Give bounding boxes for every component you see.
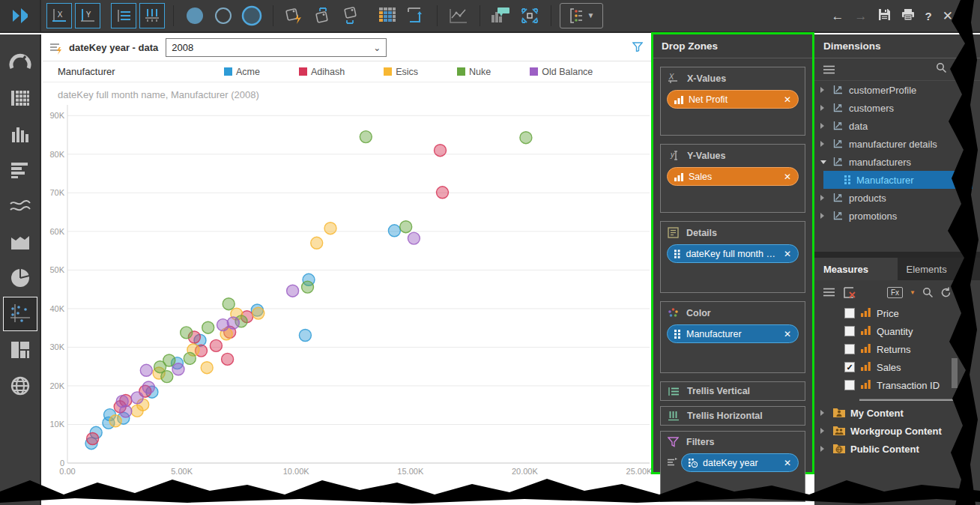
- checkbox[interactable]: [844, 344, 855, 354]
- checkbox[interactable]: ✓: [844, 362, 855, 372]
- point-style-hollow-button[interactable]: [211, 3, 236, 28]
- measure-item-quantity[interactable]: Quantity: [814, 322, 980, 340]
- sidebar-item-scatter-chart[interactable]: [3, 297, 37, 331]
- fullscreen-button[interactable]: [517, 3, 542, 28]
- pill-sales[interactable]: Sales ✕: [667, 167, 799, 186]
- dimension-tree-item-manufacturer-details[interactable]: manufacturer details: [814, 135, 980, 153]
- y-axis-toggle-button[interactable]: Y: [75, 3, 100, 28]
- dropzone-filters[interactable]: Filters dateKey year ✕: [660, 431, 805, 502]
- expander-right-icon[interactable]: [820, 141, 828, 147]
- content-item-my-content[interactable]: My Content: [814, 404, 980, 422]
- sidebar-item-column-chart[interactable]: [3, 117, 37, 151]
- content-item-public-content[interactable]: Public Content: [814, 440, 980, 458]
- measure-item-returns[interactable]: Returns: [814, 340, 980, 358]
- sidebar-item-map[interactable]: [3, 369, 37, 403]
- legend-item[interactable]: Old Balance: [530, 67, 593, 77]
- pill-net-profit[interactable]: Net Profit ✕: [667, 90, 799, 109]
- expander-right-icon[interactable]: [820, 410, 828, 416]
- sidebar-item-bar-chart[interactable]: [3, 153, 37, 187]
- filter-value-dropdown[interactable]: 2008 ⌄: [166, 38, 387, 57]
- dimension-tree-item-promotions[interactable]: promotions: [814, 207, 980, 225]
- sidebar-item-treemap[interactable]: [3, 333, 37, 367]
- horizontal-scrollbar[interactable]: [859, 399, 972, 401]
- remove-icon[interactable]: ✕: [784, 329, 791, 339]
- dimension-tree-item-manufacturers[interactable]: manufacturers: [814, 153, 980, 171]
- print-button[interactable]: [901, 8, 915, 24]
- expander-right-icon[interactable]: [820, 105, 828, 111]
- legend-toggle-button[interactable]: [111, 3, 136, 28]
- refresh-icon[interactable]: [940, 287, 952, 298]
- app-logo[interactable]: [0, 0, 41, 31]
- dropzone-y-values[interactable]: y Y-Values Sales ✕: [660, 144, 805, 213]
- search-icon[interactable]: [936, 62, 947, 76]
- resize-view-button[interactable]: [403, 3, 429, 28]
- gridlines-toggle-button[interactable]: [139, 3, 165, 28]
- filter-funnel-icon[interactable]: [632, 41, 643, 55]
- sidebar-item-line-chart[interactable]: [3, 189, 37, 223]
- legend-item[interactable]: Adihash: [299, 67, 345, 77]
- pill-manufacturer[interactable]: Manufacturer ✕: [667, 324, 799, 343]
- checkbox[interactable]: [844, 380, 855, 390]
- menu-icon[interactable]: [823, 65, 835, 74]
- pill-datekey-year[interactable]: dateKey year ✕: [681, 453, 799, 472]
- point-style-filled-button[interactable]: [182, 3, 208, 28]
- scatter-chart[interactable]: 010K20K30K40K50K60K70K80K90K0.005.00K10.…: [43, 100, 653, 475]
- dropzone-trellis-horizontal[interactable]: Trellis Horizontal: [660, 406, 805, 426]
- expander-right-icon[interactable]: [820, 446, 828, 452]
- remove-icon[interactable]: ✕: [784, 249, 791, 259]
- checkbox[interactable]: [844, 308, 855, 318]
- point-style-ring-button[interactable]: [239, 3, 264, 28]
- vertical-scrollbar[interactable]: [952, 358, 958, 388]
- legend-options-dropdown[interactable]: ▼: [560, 3, 603, 28]
- tab-elements[interactable]: Elements: [898, 258, 980, 280]
- dimension-tree-item-manufacturer[interactable]: Manufacturer: [823, 171, 973, 189]
- clear-selection-icon[interactable]: [844, 287, 856, 298]
- back-button[interactable]: ←: [832, 10, 844, 22]
- remove-icon[interactable]: ✕: [784, 94, 791, 105]
- help-button[interactable]: ?: [925, 10, 932, 22]
- fx-dropdown-icon[interactable]: ▼: [910, 289, 916, 296]
- dropzone-details[interactable]: Details dateKey full month na... ✕: [660, 221, 805, 293]
- expander-down-icon[interactable]: [820, 160, 828, 164]
- dropzone-x-values[interactable]: X X-Values Net Profit ✕: [660, 67, 805, 136]
- measure-icon: [861, 307, 871, 319]
- expander-right-icon[interactable]: [820, 123, 828, 129]
- content-item-workgroup-content[interactable]: Workgroup Content: [814, 422, 980, 440]
- dimension-tree-item-data[interactable]: data: [814, 117, 980, 135]
- label-above-button[interactable]: [310, 3, 336, 28]
- data-grid-button[interactable]: [375, 3, 400, 28]
- remove-icon[interactable]: ✕: [784, 172, 791, 182]
- dropzone-trellis-vertical[interactable]: Trellis Vertical: [660, 381, 805, 401]
- x-axis-toggle-button[interactable]: X: [46, 3, 72, 28]
- dropzone-color[interactable]: Color Manufacturer ✕: [660, 301, 805, 373]
- expander-right-icon[interactable]: [820, 213, 828, 219]
- legend-item[interactable]: Nuke: [457, 67, 491, 77]
- dimension-tree-item-products[interactable]: products: [814, 189, 980, 207]
- auto-label-button[interactable]: [282, 3, 307, 28]
- legend-item[interactable]: Acme: [224, 67, 260, 77]
- pill-datekey-full-month-name[interactable]: dateKey full month na... ✕: [667, 244, 799, 263]
- legend-item[interactable]: Esics: [384, 67, 418, 77]
- tab-measures[interactable]: Measures: [814, 258, 898, 280]
- sidebar-item-pie-chart[interactable]: [3, 261, 37, 295]
- measure-item-price[interactable]: Price: [814, 304, 980, 322]
- dimension-tree-item-customerprofile[interactable]: customerProfile: [814, 81, 980, 99]
- remove-icon[interactable]: ✕: [784, 458, 791, 468]
- line-chart-tool-button[interactable]: [446, 3, 471, 28]
- checkbox[interactable]: [844, 326, 855, 336]
- annotation-button[interactable]: [489, 3, 514, 28]
- expander-right-icon[interactable]: [820, 87, 828, 93]
- filter-list-icon[interactable]: [667, 458, 677, 468]
- close-button[interactable]: ✕: [943, 10, 953, 22]
- sidebar-item-table[interactable]: [3, 81, 37, 115]
- sidebar-item-gauge[interactable]: [3, 45, 37, 79]
- sidebar-item-area-chart[interactable]: [3, 225, 37, 259]
- dimension-tree-item-customers[interactable]: customers: [814, 99, 980, 117]
- label-below-button[interactable]: [339, 3, 364, 28]
- save-button[interactable]: [878, 8, 891, 24]
- menu-icon[interactable]: [823, 288, 835, 297]
- expander-right-icon[interactable]: [820, 195, 828, 201]
- expander-right-icon[interactable]: [820, 428, 828, 434]
- formula-fx-button[interactable]: Fx: [887, 287, 903, 298]
- search-icon[interactable]: [922, 287, 934, 298]
